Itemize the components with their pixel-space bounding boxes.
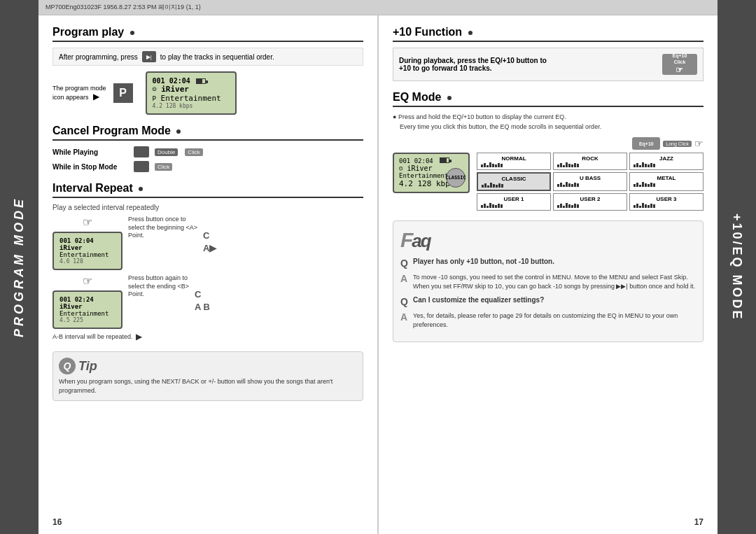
repeat-note: A-B interval will be repeated. ▶ xyxy=(52,332,363,342)
eq-cell-jazz: JAZZ xyxy=(629,153,704,170)
faq-items: QPlayer has only +10 button, not -10 but… xyxy=(400,258,696,329)
eq-bars xyxy=(481,163,547,167)
function-title: +10 Function xyxy=(393,26,704,42)
while-playing-row: While Playing Double Click xyxy=(52,146,363,157)
section-dot-3 xyxy=(139,187,143,191)
device-b-track: Entertainment xyxy=(59,310,115,317)
eq-device-time: 001 02:04 xyxy=(399,157,463,164)
faq-f: F xyxy=(400,228,412,251)
function-desc-normal: +10 to go forward 10 tracks. xyxy=(399,64,547,72)
right-sidebar: +10/EQ MODE xyxy=(718,0,756,534)
eq-desc: ● Press and hold the EQ/+10 button to di… xyxy=(393,113,704,132)
click-badge-2: Click xyxy=(155,163,172,171)
page-number-right: 17 xyxy=(694,517,704,527)
page-number-left: 16 xyxy=(52,517,62,527)
page-container: PROGRAM MODE MP700Eng031023F 1956.8.27 2… xyxy=(0,0,756,534)
device-a-time: 001 02:04 xyxy=(59,237,115,244)
small-device-2 xyxy=(134,161,149,172)
double-click-badge: Double xyxy=(155,148,178,156)
faq-a-text: To move -10 songs, you need to set the c… xyxy=(413,273,696,290)
finger-click-icon: ☞ xyxy=(673,65,687,76)
eq-bars xyxy=(634,183,699,187)
interval-a-left: ☞ 001 02:04 iRiver Entertainment xyxy=(52,216,122,270)
program-play-desc: After programming, press ▶| to play the … xyxy=(52,48,363,66)
section-dot-2 xyxy=(176,129,181,134)
left-page: Program play After programming, press ▶|… xyxy=(38,15,379,534)
faq-q-text: Can I customize the equalizer settings? xyxy=(413,296,544,307)
eq-cell-user-3: USER 3 xyxy=(629,193,704,211)
while-stop-label: While in Stop Mode xyxy=(52,163,130,171)
section-dot xyxy=(130,31,134,35)
section-dot-4 xyxy=(468,31,472,35)
faq-a-letter: A xyxy=(400,273,409,290)
faq-a-letter: A xyxy=(400,311,409,329)
tip-box: Q Tip When you program songs, using the … xyxy=(52,351,363,401)
device-b-meta: 4.5 225 xyxy=(59,317,115,323)
arrow-icon: ▶ xyxy=(93,92,99,101)
eq-bars xyxy=(481,204,547,208)
device-a-meta: 4.6 128 xyxy=(59,258,115,265)
left-sidebar: PROGRAM MODE xyxy=(0,0,38,534)
finger-icon-a: ☞ xyxy=(83,216,92,229)
right-page: +10 Function During playback, press the … xyxy=(379,15,718,534)
eq-mode-title: EQ Mode xyxy=(393,91,704,107)
content-area: Program play After programming, press ▶|… xyxy=(38,15,718,534)
eq-bars xyxy=(557,204,623,208)
bullet: ● xyxy=(393,113,398,120)
program-play-title: Program play xyxy=(52,26,363,42)
device-meta: 4.2 128 kbps xyxy=(153,103,230,109)
faq-q-letter: Q xyxy=(400,296,409,307)
device-b-artist: iRiver xyxy=(59,303,115,310)
play-button-icon: ▶| xyxy=(142,51,156,62)
left-sidebar-text: PROGRAM MODE xyxy=(12,197,27,337)
faq-title-row: Faq xyxy=(400,228,696,252)
tip-header: Q Tip xyxy=(59,358,357,374)
section-dot-5 xyxy=(447,96,451,100)
device-note: The program mode icon appears ▶ xyxy=(52,85,106,101)
cancel-program-section: Cancel Program Mode While Playing Double… xyxy=(52,125,363,172)
program-p-icon: P xyxy=(113,83,133,103)
device-b: 001 02:24 iRiver Entertainment 4.5 225 xyxy=(52,290,122,329)
label-b: CA B xyxy=(195,288,210,314)
while-playing-label: While Playing xyxy=(52,148,130,156)
eq-cell-u-bass: U BASS xyxy=(553,172,627,191)
eq-device: 001 02:04 ☺ iRiver Entertainment xyxy=(393,153,470,193)
cancel-program-title: Cancel Program Mode xyxy=(52,125,363,141)
desc-text2: to play the tracks in sequential order. xyxy=(160,53,274,61)
device-a-artist: iRiver xyxy=(59,244,115,251)
interval-b-left: ☞ 001 02:24 iRiver Entertainment xyxy=(52,274,122,329)
label-a: CA▶ xyxy=(203,230,216,255)
desc-text1: After programming, press xyxy=(59,53,138,61)
top-bar-text: MP700Eng031023F 1956.8.27 2:53 PM 페이지19 … xyxy=(46,3,201,12)
faq-answer: AYes, for details, please refer to page … xyxy=(400,311,696,329)
eq-cell-normal: NORMAL xyxy=(477,153,551,170)
click-badge-1: Click xyxy=(185,148,202,156)
click-label: Eq+10 Click ☞ xyxy=(673,52,687,76)
device-b-time: 001 02:24 xyxy=(59,296,115,303)
arrow-right-icon: ▶ xyxy=(136,332,142,342)
function-box: During playback, press the EQ/+10 button… xyxy=(393,48,704,81)
top-bar: MP700Eng031023F 1956.8.27 2:53 PM 페이지19 … xyxy=(38,0,718,15)
function-desc-bold: During playback, press the EQ/+10 button… xyxy=(399,57,547,64)
eq-cell-classic: CLASSIC xyxy=(477,172,551,191)
eq-bars xyxy=(557,163,623,167)
interval-row-b: ☞ 001 02:24 iRiver Entertainment xyxy=(52,274,363,329)
long-click-badge: Long Click xyxy=(663,141,692,147)
eq-cell-user-1: USER 1 xyxy=(477,193,551,211)
eq-mode-section: EQ Mode ● Press and hold the EQ/+10 butt… xyxy=(393,91,704,211)
tip-text: When you program songs, using the NEXT/ … xyxy=(59,377,357,395)
eq-bars xyxy=(557,183,623,187)
eq-bars xyxy=(634,163,699,167)
device-artist: ☺ iRiver xyxy=(153,85,230,94)
program-device-row: The program mode icon appears ▶ P 001 02… xyxy=(52,71,363,115)
eq-cell-user-2: USER 2 xyxy=(553,193,627,211)
interval-a-text: Press button once to select the beginnin… xyxy=(128,216,197,240)
device-time: 001 02:04 xyxy=(153,77,230,85)
eq-cell-rock: ROCK xyxy=(553,153,627,170)
interval-desc: Play a selected interval repeatedly xyxy=(52,204,363,211)
eq-btn-visual: Eq+10 xyxy=(632,137,660,150)
interval-repeat-title: Interval Repeat xyxy=(52,182,363,198)
faq-box: Faq QPlayer has only +10 button, not -10… xyxy=(393,220,704,342)
interval-repeat-section: Interval Repeat Play a selected interval… xyxy=(52,182,363,342)
eq-row: 001 02:04 ☺ iRiver Entertainment xyxy=(393,153,704,211)
